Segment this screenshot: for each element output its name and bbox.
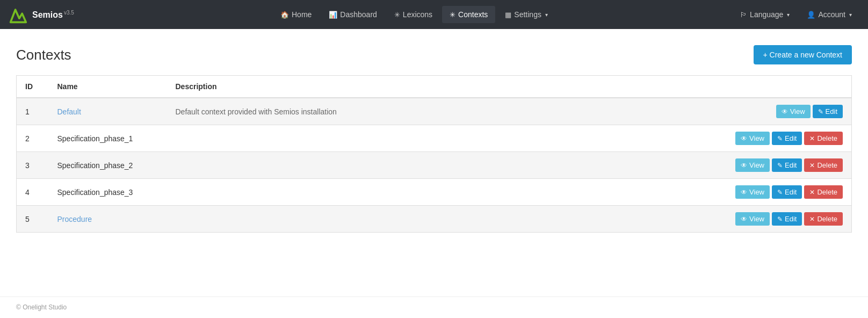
dashboard-icon: 📊 — [329, 11, 337, 19]
contexts-icon: ✳ — [450, 11, 455, 19]
action-buttons: 👁View✎Edit✕Delete — [735, 158, 843, 172]
home-icon: 🏠 — [280, 11, 289, 19]
account-icon: 👤 — [807, 11, 815, 19]
cell-actions: 👁View✎Edit✕Delete — [727, 152, 851, 179]
pencil-icon: ✎ — [777, 189, 783, 196]
action-buttons: 👁View✎Edit✕Delete — [735, 212, 843, 226]
cell-id: 4 — [17, 179, 49, 206]
delete-button[interactable]: ✕Delete — [804, 132, 843, 145]
main-content: Contexts + Create a new Context ID Name … — [0, 29, 868, 297]
table-header: ID Name Description — [17, 76, 852, 98]
delete-button[interactable]: ✕Delete — [804, 158, 843, 172]
svg-marker-0 — [11, 10, 26, 22]
eye-icon: 👁 — [741, 215, 747, 223]
brand-name: Semiosv3.5 — [32, 10, 74, 20]
cell-actions: 👁View✎Edit✕Delete — [727, 179, 851, 206]
cell-id: 3 — [17, 152, 49, 179]
action-buttons: 👁View✎Edit✕Delete — [735, 132, 843, 145]
nav-contexts[interactable]: ✳ Contexts — [442, 6, 495, 23]
cell-name[interactable]: Procedure — [49, 206, 167, 233]
page-header: Contexts + Create a new Context — [16, 45, 852, 64]
table-row: 5Procedure👁View✎Edit✕Delete — [17, 206, 852, 233]
cell-actions: 👁View✎Edit✕Delete — [727, 125, 851, 152]
cell-description: Default context provided with Semios ins… — [167, 98, 727, 125]
edit-button[interactable]: ✎Edit — [772, 132, 802, 145]
nav-account[interactable]: 👤 Account ▾ — [799, 6, 859, 23]
pencil-icon: ✎ — [777, 135, 783, 142]
brand: Semiosv3.5 — [9, 5, 74, 24]
delete-button[interactable]: ✕Delete — [804, 185, 843, 199]
cell-id: 2 — [17, 125, 49, 152]
contexts-table: ID Name Description 1DefaultDefault cont… — [16, 75, 852, 233]
cell-description — [167, 125, 727, 152]
edit-button[interactable]: ✎Edit — [772, 212, 802, 226]
x-icon: ✕ — [809, 162, 815, 169]
action-buttons: 👁View✎Edit✕Delete — [735, 185, 843, 199]
eye-icon: 👁 — [741, 162, 747, 169]
footer: © Onelight Studio — [0, 297, 868, 317]
language-dropdown-icon: ▾ — [787, 12, 790, 18]
cell-actions: 👁View✎Edit✕Delete — [727, 206, 851, 233]
action-buttons: 👁View✎Edit — [735, 105, 843, 118]
table-row: 3Specification_phase_2👁View✎Edit✕Delete — [17, 152, 852, 179]
view-button[interactable]: 👁View — [735, 158, 770, 172]
view-button[interactable]: 👁View — [735, 132, 770, 145]
table-row: 2Specification_phase_1👁View✎Edit✕Delete — [17, 125, 852, 152]
cell-id: 1 — [17, 98, 49, 125]
settings-icon: ▦ — [505, 11, 511, 19]
eye-icon: 👁 — [741, 135, 747, 142]
nav-links: 🏠 Home 📊 Dashboard ✳ Lexicons ✳ Contexts… — [96, 6, 733, 23]
delete-button[interactable]: ✕Delete — [804, 212, 843, 226]
account-dropdown-icon: ▾ — [849, 12, 852, 18]
cell-name: Specification_phase_2 — [49, 152, 167, 179]
eye-icon: 👁 — [782, 108, 788, 115]
col-header-id: ID — [17, 76, 49, 98]
cell-description — [167, 179, 727, 206]
x-icon: ✕ — [809, 135, 815, 142]
col-header-description: Description — [167, 76, 727, 98]
cell-name: Specification_phase_3 — [49, 179, 167, 206]
footer-text: © Onelight Studio — [16, 303, 67, 311]
pencil-icon: ✎ — [777, 215, 783, 223]
cell-name: Specification_phase_1 — [49, 125, 167, 152]
view-button[interactable]: 👁View — [776, 105, 811, 118]
cell-name[interactable]: Default — [49, 98, 167, 125]
nav-dashboard[interactable]: 📊 Dashboard — [321, 6, 385, 23]
x-icon: ✕ — [809, 189, 815, 196]
table-body: 1DefaultDefault context provided with Se… — [17, 98, 852, 233]
cell-actions: 👁View✎Edit — [727, 98, 851, 125]
table-row: 4Specification_phase_3👁View✎Edit✕Delete — [17, 179, 852, 206]
settings-dropdown-icon: ▾ — [545, 12, 548, 18]
lexicons-icon: ✳ — [394, 11, 400, 19]
edit-button[interactable]: ✎Edit — [813, 105, 843, 118]
edit-button[interactable]: ✎Edit — [772, 185, 802, 199]
brand-logo — [9, 5, 28, 24]
pencil-icon: ✎ — [777, 162, 783, 169]
view-button[interactable]: 👁View — [735, 185, 770, 199]
nav-home[interactable]: 🏠 Home — [273, 6, 319, 23]
nav-lexicons[interactable]: ✳ Lexicons — [387, 6, 440, 23]
cell-id: 5 — [17, 206, 49, 233]
table-row: 1DefaultDefault context provided with Se… — [17, 98, 852, 125]
context-name-link[interactable]: Default — [57, 107, 81, 116]
nav-settings[interactable]: ▦ Settings ▾ — [497, 6, 555, 23]
nav-right: 🏳 Language ▾ 👤 Account ▾ — [733, 6, 859, 23]
pencil-icon: ✎ — [818, 108, 823, 115]
cell-description — [167, 152, 727, 179]
col-header-actions — [727, 76, 851, 98]
cell-description — [167, 206, 727, 233]
x-icon: ✕ — [809, 215, 815, 223]
context-name-link[interactable]: Procedure — [57, 215, 92, 223]
view-button[interactable]: 👁View — [735, 212, 770, 226]
col-header-name: Name — [49, 76, 167, 98]
page-title: Contexts — [16, 47, 71, 63]
eye-icon: 👁 — [741, 189, 747, 196]
language-icon: 🏳 — [740, 11, 747, 19]
navbar: Semiosv3.5 🏠 Home 📊 Dashboard ✳ Lexicons… — [0, 0, 868, 29]
nav-language[interactable]: 🏳 Language ▾ — [733, 6, 797, 23]
edit-button[interactable]: ✎Edit — [772, 158, 802, 172]
create-context-button[interactable]: + Create a new Context — [754, 45, 852, 64]
